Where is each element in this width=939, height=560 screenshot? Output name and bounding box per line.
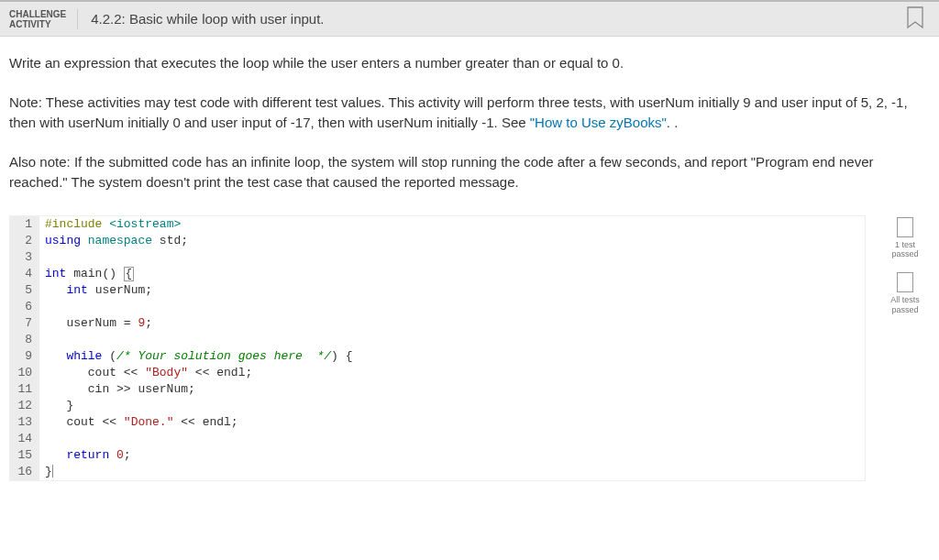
code-line[interactable]: 4int main() {: [10, 266, 865, 282]
status-box-icon: [897, 272, 913, 292]
status-all-tests: All tests passed: [880, 272, 930, 315]
line-number: 11: [10, 381, 39, 398]
activity-title: 4.2.2: Basic while loop with user input.: [78, 11, 324, 27]
challenge-label-line1: CHALLENGE: [9, 9, 66, 19]
code-text[interactable]: cout << "Body" << endl;: [39, 365, 252, 381]
code-line[interactable]: 13 cout << "Done." << endl;: [10, 414, 865, 431]
line-number: 2: [10, 233, 39, 249]
line-number: 3: [10, 249, 39, 266]
line-number: 13: [10, 414, 39, 431]
code-line[interactable]: 6: [10, 299, 865, 315]
code-line[interactable]: 14: [10, 431, 865, 447]
code-line[interactable]: 16}: [10, 464, 865, 480]
code-area: 1#include <iostream>2using namespace std…: [9, 215, 930, 481]
activity-header: CHALLENGE ACTIVITY 4.2.2: Basic while lo…: [0, 0, 939, 37]
code-text[interactable]: return 0;: [39, 447, 131, 464]
line-number: 15: [10, 447, 39, 464]
code-line[interactable]: 7 userNum = 9;: [10, 315, 865, 332]
prompt-p2: Note: These activities may test code wit…: [9, 93, 930, 134]
line-number: 16: [10, 464, 39, 480]
code-line[interactable]: 5 int userNum;: [10, 282, 865, 299]
line-number: 4: [10, 266, 39, 282]
code-text[interactable]: using namespace std;: [39, 233, 188, 249]
code-line[interactable]: 15 return 0;: [10, 447, 865, 464]
code-text[interactable]: #include <iostream>: [39, 216, 181, 233]
line-number: 5: [10, 282, 39, 299]
line-number: 8: [10, 332, 39, 348]
code-text[interactable]: }: [39, 398, 73, 414]
line-number: 10: [10, 365, 39, 381]
test-status-column: 1 test passed All tests passed: [880, 215, 930, 315]
code-line[interactable]: 1#include <iostream>: [10, 216, 865, 233]
prompt-text: Write an expression that executes the lo…: [9, 53, 930, 193]
line-number: 12: [10, 398, 39, 414]
code-line[interactable]: 2using namespace std;: [10, 233, 865, 249]
code-line[interactable]: 8: [10, 332, 865, 348]
line-number: 9: [10, 348, 39, 365]
code-line[interactable]: 11 cin >> userNum;: [10, 381, 865, 398]
line-number: 7: [10, 315, 39, 332]
how-to-link[interactable]: "How to Use zyBooks": [530, 115, 667, 130]
code-line[interactable]: 12 }: [10, 398, 865, 414]
line-number: 14: [10, 431, 39, 447]
challenge-label-line2: ACTIVITY: [9, 19, 66, 29]
bookmark-icon[interactable]: [906, 5, 924, 33]
code-editor[interactable]: 1#include <iostream>2using namespace std…: [9, 215, 866, 481]
code-line[interactable]: 10 cout << "Body" << endl;: [10, 365, 865, 381]
code-text[interactable]: }: [39, 464, 53, 480]
prompt-p3: Also note: If the submitted code has an …: [9, 152, 930, 193]
status-box-icon: [897, 217, 913, 237]
activity-content: Write an expression that executes the lo…: [0, 37, 939, 490]
status-one-test: 1 test passed: [880, 217, 930, 260]
challenge-label: CHALLENGE ACTIVITY: [9, 9, 78, 29]
prompt-p1: Write an expression that executes the lo…: [9, 53, 930, 74]
line-number: 1: [10, 216, 39, 233]
line-number: 6: [10, 299, 39, 315]
code-text[interactable]: userNum = 9;: [39, 315, 152, 332]
code-line[interactable]: 9 while (/* Your solution goes here */) …: [10, 348, 865, 365]
code-text[interactable]: int main() {: [39, 266, 134, 282]
code-text[interactable]: while (/* Your solution goes here */) {: [39, 348, 352, 365]
code-text[interactable]: cout << "Done." << endl;: [39, 414, 238, 431]
code-line[interactable]: 3: [10, 249, 865, 266]
code-text[interactable]: int userNum;: [39, 282, 152, 299]
code-text[interactable]: cin >> userNum;: [39, 381, 195, 398]
